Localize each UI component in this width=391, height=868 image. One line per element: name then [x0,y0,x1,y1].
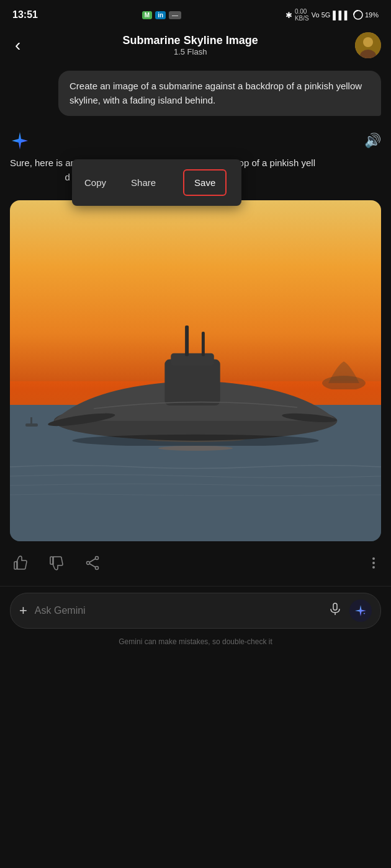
status-left-icons: M in — [142,11,181,19]
thumbs-up-button[interactable] [10,552,31,577]
data-speed: 0.00KB/S [295,8,309,22]
thumbs-down-button[interactable] [46,552,67,577]
svg-point-30 [372,566,375,569]
svg-rect-22 [50,557,53,564]
submarine-image [10,200,381,541]
user-message-container: Create an image of a submarine against a… [0,64,391,126]
context-menu: Copy Share Save [72,159,241,206]
gemini-star-icon [10,131,30,151]
submarine-image-container[interactable] [10,200,381,541]
svg-line-26 [89,559,96,562]
input-bar-container: + [0,586,391,634]
svg-rect-13 [171,353,214,366]
ask-gemini-input[interactable] [35,605,321,616]
header-title-block: Submarine Skyline Image 1.5 Flash [25,34,355,56]
svg-line-27 [89,564,96,567]
svg-point-24 [96,567,99,570]
back-button[interactable]: ‹ [10,33,25,58]
svg-point-28 [372,557,375,560]
model-subtitle: 1.5 Flash [25,47,355,56]
app-header: ‹ Submarine Skyline Image 1.5 Flash [0,27,391,64]
avatar[interactable] [355,32,381,58]
gemini-send-button[interactable] [349,600,372,622]
battery-percent: 19% [365,11,379,19]
battery-icon: 19% [353,9,379,20]
bluetooth-icon: ✱ [285,11,292,20]
save-button-highlighted[interactable]: Save [183,169,227,196]
status-right-icons: ✱ 0.00KB/S Vo 5G ▌▌▌ 19% [285,8,379,22]
add-button[interactable]: + [19,603,27,619]
linkedin-icon: in [155,11,166,19]
volume-icon[interactable]: 🔊 [364,133,381,149]
input-bar: + [10,593,381,629]
status-bar: 13:51 M in — ✱ 0.00KB/S Vo 5G ▌▌▌ 19% [0,0,391,27]
messenger-icon: M [142,11,152,19]
ai-text-content: Sure, here is an [10,157,76,168]
svg-point-2 [363,37,373,47]
ai-response-text: Sure, here is an image of a submarine ag… [10,156,381,193]
svg-rect-14 [185,326,189,356]
page-title: Submarine Skyline Image [25,34,355,47]
ai-response-area: 🔊 Sure, here is an image of a submarine … [0,126,391,193]
more-options-button[interactable] [366,556,381,574]
svg-point-23 [96,557,99,560]
battery-circle-icon [353,9,364,20]
ai-header-row: 🔊 [10,131,381,151]
network-icons: Vo 5G [312,11,331,19]
svg-rect-31 [333,603,337,610]
submarine-svg [32,322,359,446]
copy-menu-item[interactable]: Copy [72,168,119,197]
signal-icon: ▌▌▌ [333,11,350,20]
svg-point-9 [158,446,233,451]
svg-rect-20 [30,417,32,425]
avatar-image [355,32,381,58]
svg-rect-12 [164,360,220,405]
action-buttons-row [0,541,391,586]
mic-button[interactable] [328,602,342,619]
user-message: Create an image of a submarine against a… [58,71,381,116]
share-button[interactable] [82,552,103,577]
small-vessel [22,414,41,432]
svg-point-29 [372,562,375,564]
disclaimer: Gemini can make mistakes, so double-chec… [0,634,391,652]
dash-icon: — [169,11,181,19]
save-menu-item[interactable]: Save [168,159,241,206]
action-left-group [10,552,103,577]
svg-point-25 [87,562,90,565]
share-menu-item[interactable]: Share [119,168,168,197]
svg-rect-15 [202,332,205,356]
status-time: 13:51 [12,9,38,20]
svg-rect-21 [14,562,17,569]
